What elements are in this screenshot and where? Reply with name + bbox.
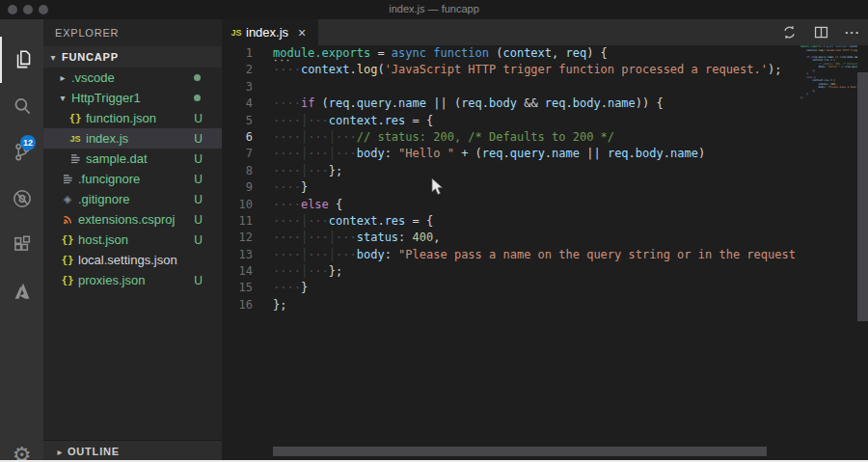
file-label: proxies.json — [78, 273, 145, 287]
git-untracked-badge: U — [194, 193, 203, 206]
code-line-15[interactable]: 15····} — [222, 280, 868, 296]
tree-item-sample.dat[interactable]: sample.datU — [43, 149, 222, 169]
file-label: .vscode — [71, 70, 115, 85]
line-number[interactable]: 15 — [222, 280, 253, 296]
line-number[interactable]: 11 — [222, 213, 253, 230]
line-number[interactable]: 9 — [222, 179, 253, 196]
line-number[interactable]: 5 — [222, 113, 253, 129]
vertical-scrollbar[interactable] — [857, 72, 868, 321]
text-file-icon — [61, 174, 74, 184]
line-number[interactable]: 1 — [222, 45, 253, 62]
code-line-8[interactable]: 8····│···}; — [222, 163, 868, 179]
settings-gear-button[interactable]: ⚙ — [0, 435, 43, 462]
code-line-3[interactable]: 3 — [222, 79, 868, 95]
outline-section-header[interactable]: ▸ OUTLINE — [43, 441, 222, 462]
file-tree: ▸.vscode▾HttpTrigger1{}function.jsonUJSi… — [43, 68, 222, 290]
source-control-badge: 12 — [20, 135, 36, 150]
code-line-4[interactable]: 4····if (req.query.name || (req.body && … — [222, 95, 868, 112]
line-number[interactable]: 13 — [222, 247, 253, 263]
code-line-12[interactable]: 12····│···│···status: 400, — [222, 230, 868, 246]
titlebar: index.js — funcapp — [0, 0, 868, 19]
activity-bar: 12 — [0, 19, 43, 462]
code-line-1[interactable]: 1module.exports = async function (contex… — [222, 45, 868, 62]
code-line-16[interactable]: 16}; — [222, 297, 868, 313]
code-line-14[interactable]: 14····│···}; — [222, 263, 868, 280]
line-number[interactable]: 3 — [222, 79, 253, 95]
tree-item-host.json[interactable]: {}host.jsonU — [43, 230, 222, 250]
inline-hint-dots: ··· — [273, 56, 291, 66]
line-number[interactable]: 14 — [222, 263, 253, 280]
azure-icon — [11, 280, 34, 303]
line-number[interactable]: 6 — [222, 129, 253, 146]
activity-item-extensions[interactable] — [0, 222, 43, 268]
line-number[interactable]: 8 — [222, 163, 253, 179]
file-label: local.settings.json — [78, 253, 177, 267]
tree-item-.funcignore[interactable]: .funcignoreU — [43, 169, 222, 189]
tab-bar: JS index.js × ··· — [222, 19, 868, 45]
file-label: host.json — [78, 232, 128, 247]
explorer-sidebar: EXPLORER ▾ FUNCAPP ▸.vscode▾HttpTrigger1… — [43, 19, 222, 462]
search-icon — [11, 95, 34, 118]
activity-item-search[interactable] — [0, 83, 43, 129]
tree-item-index.js[interactable]: JSindex.jsU — [43, 128, 222, 149]
csproj-feed-icon — [61, 214, 74, 225]
file-label: function.json — [86, 111, 156, 125]
file-label: index.js — [86, 131, 128, 146]
more-actions-icon[interactable]: ··· — [845, 25, 860, 40]
code-line-13[interactable]: 13····│···│···body: "Please pass a name … — [222, 247, 868, 263]
tab-close-icon[interactable]: × — [298, 26, 306, 40]
line-number[interactable]: 4 — [222, 95, 253, 112]
activity-item-explorer[interactable] — [0, 37, 43, 83]
chevron-collapsed-icon: ▸ — [55, 447, 65, 457]
file-label: .funcignore — [78, 172, 140, 186]
git-untracked-badge: U — [194, 132, 203, 146]
vscode-window: index.js — funcapp — [0, 0, 868, 462]
tree-item-extensions.csproj[interactable]: extensions.csprojU — [43, 209, 222, 230]
sync-icon[interactable] — [781, 24, 798, 41]
tree-item-.gitignore[interactable]: ◈.gitignoreU — [43, 189, 222, 209]
tree-item-local.settings.json[interactable]: {}local.settings.json — [43, 250, 222, 270]
tree-item-function.json[interactable]: {}function.jsonU — [43, 108, 222, 128]
tree-item-HttpTrigger1[interactable]: ▾HttpTrigger1 — [43, 88, 222, 108]
activity-item-source-control[interactable] — [0, 129, 43, 176]
debug-disabled-icon — [11, 187, 34, 210]
chevron-expanded-icon: ▾ — [58, 93, 68, 103]
line-number[interactable]: 16 — [222, 297, 253, 313]
git-modified-dot-badge — [194, 95, 201, 101]
code-line-10[interactable]: 10····else { — [222, 197, 868, 213]
gear-icon: ⚙ — [13, 443, 32, 462]
activity-item-debug[interactable] — [0, 176, 43, 222]
code-editor[interactable]: 1module.exports = async function (contex… — [222, 45, 868, 447]
code-line-2[interactable]: 2····context.log('JavaScript HTTP trigge… — [222, 62, 868, 78]
line-number[interactable]: 12 — [222, 230, 253, 246]
mouse-cursor — [431, 177, 445, 201]
json-braces-icon: {} — [61, 254, 74, 266]
tab-label: index.js — [246, 25, 288, 40]
git-untracked-badge: U — [194, 152, 203, 166]
minimap[interactable]: module.exports = async function (context… — [800, 45, 857, 447]
line-number[interactable]: 2 — [222, 62, 253, 78]
git-untracked-badge: U — [194, 274, 203, 287]
split-editor-icon[interactable] — [813, 24, 829, 41]
js-file-icon: JS — [230, 28, 243, 38]
chevron-collapsed-icon: ▸ — [58, 72, 68, 83]
code-line-7[interactable]: 7····│···│···body: "Hello " + (req.query… — [222, 146, 868, 162]
line-number[interactable]: 10 — [222, 197, 253, 213]
code-line-9[interactable]: 9····} — [222, 179, 868, 196]
code-line-11[interactable]: 11····│···context.res = { — [222, 213, 868, 230]
code-line-6[interactable]: 6····│···│···// status: 200, /* Defaults… — [222, 129, 868, 146]
tab-indexjs[interactable]: JS index.js × — [222, 19, 318, 45]
git-untracked-badge: U — [194, 112, 203, 125]
json-braces-icon: {} — [61, 274, 74, 286]
tree-item-proxies.json[interactable]: {}proxies.jsonU — [43, 270, 222, 290]
json-braces-icon: {} — [61, 233, 74, 246]
json-braces-icon: {} — [68, 112, 82, 124]
explorer-icon — [12, 48, 35, 71]
line-number[interactable]: 7 — [222, 146, 253, 162]
activity-item-azure[interactable] — [0, 268, 43, 314]
tree-item-.vscode[interactable]: ▸.vscode — [43, 68, 222, 88]
folder-root-funcapp[interactable]: ▾ FUNCAPP — [43, 46, 222, 68]
code-line-5[interactable]: 5····│···context.res = { — [222, 113, 868, 129]
text-file-icon — [68, 153, 82, 164]
horizontal-scrollbar[interactable] — [273, 447, 767, 456]
